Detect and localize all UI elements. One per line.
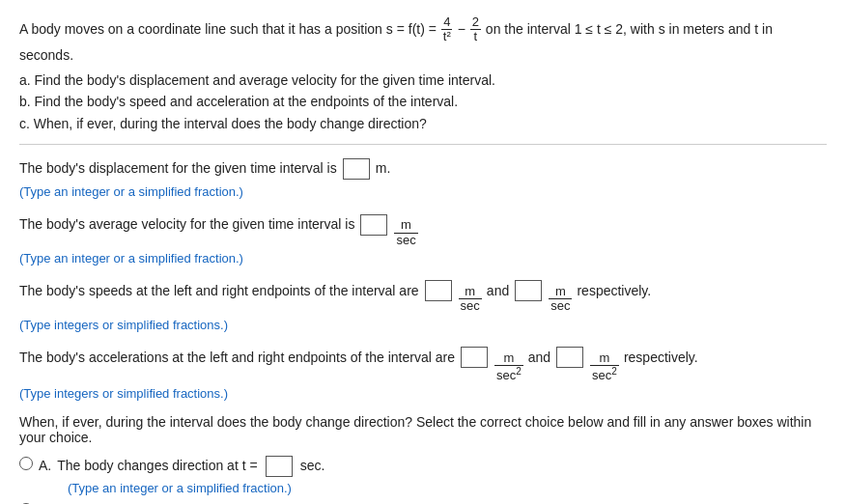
option-a-label: A.	[39, 458, 51, 473]
section-accelerations: The body's accelerations at the left and…	[19, 346, 827, 402]
q4-answer-input-1[interactable]	[461, 347, 488, 368]
q3-line: The body's speeds at the left and right …	[19, 279, 827, 314]
q4-unit1: m sec2	[494, 351, 523, 383]
q4-unit2-num: m	[598, 351, 612, 365]
option-a-radio[interactable]	[19, 457, 33, 470]
sub-lines: a. Find the body's displacement and aver…	[19, 70, 827, 134]
section-direction: When, if ever, during the interval does …	[19, 414, 827, 504]
q2-unit-num: m	[399, 218, 413, 232]
section-speeds: The body's speeds at the left and right …	[19, 279, 827, 332]
fraction2-num: 2	[470, 15, 481, 30]
q4-text-before: The body's accelerations at the left and…	[19, 346, 455, 370]
q1-line: The body's displacement for the given ti…	[19, 156, 827, 181]
q1-answer-input[interactable]	[343, 158, 370, 180]
q3-answer-input-2[interactable]	[515, 280, 542, 301]
q3-unit1-num: m	[463, 285, 477, 298]
q1-hint: (Type an integer or a simplified fractio…	[19, 184, 827, 199]
option-a-hint-area: (Type an integer or a simplified fractio…	[68, 481, 827, 495]
q2-hint: (Type an integer or a simplified fractio…	[19, 251, 827, 266]
q4-line: The body's accelerations at the left and…	[19, 346, 827, 383]
fraction2-den: t	[472, 30, 480, 43]
q4-unit2: m sec2	[590, 351, 619, 383]
main-problem-line: A body moves on a coordinate line such t…	[19, 15, 827, 66]
q4-unit2-den: sec2	[590, 365, 619, 383]
q4-hint: (Type integers or simplified fractions.)	[19, 386, 827, 401]
section-avg-velocity: The body's average velocity for the give…	[19, 212, 827, 266]
q1-text-before: The body's displacement for the given ti…	[19, 156, 337, 181]
option-a-row: A. The body changes direction at t = sec…	[19, 455, 827, 477]
option-a-input[interactable]	[266, 456, 293, 477]
q3-text-before: The body's speeds at the left and right …	[19, 279, 419, 303]
sub-c: c. When, if ever, during the interval do…	[19, 113, 827, 134]
fraction1-den: t²	[441, 30, 453, 43]
fraction2: 2 t	[470, 15, 481, 44]
q3-respectively: respectively.	[577, 279, 651, 303]
sub-a: a. Find the body's displacement and aver…	[19, 70, 827, 91]
q3-unit1-den: sec	[459, 298, 482, 313]
q2-text-before: The body's average velocity for the give…	[19, 212, 354, 237]
q4-unit1-den: sec2	[494, 365, 523, 383]
q4-and: and	[528, 346, 550, 370]
main-text-before: A body moves on a coordinate line such t…	[19, 21, 437, 37]
q3-unit2-num: m	[553, 285, 568, 298]
option-a-unit: sec.	[300, 458, 325, 473]
option-a-text-before: The body changes direction at t =	[57, 458, 257, 473]
q3-unit2-den: sec	[549, 298, 572, 313]
fraction1-num: 4	[441, 15, 452, 30]
q3-hint: (Type integers or simplified fractions.)	[19, 318, 827, 332]
q2-line: The body's average velocity for the give…	[19, 212, 827, 247]
q2-answer-input[interactable]	[360, 214, 387, 236]
q3-unit1: m sec	[459, 285, 482, 314]
problem-statement: A body moves on a coordinate line such t…	[19, 15, 827, 134]
option-a-hint: (Type an integer or a simplified fractio…	[68, 481, 827, 495]
q4-answer-input-2[interactable]	[556, 347, 583, 368]
q3-and: and	[487, 279, 509, 303]
fraction1: 4 t²	[441, 15, 453, 44]
q5-text: When, if ever, during the interval does …	[19, 414, 827, 445]
q3-unit2: m sec	[549, 285, 572, 314]
q3-answer-input-1[interactable]	[425, 280, 452, 301]
sub-b: b. Find the body's speed and acceleratio…	[19, 91, 827, 112]
q2-unit-den: sec	[394, 233, 417, 247]
q2-unit: m sec	[394, 218, 417, 247]
q4-respectively: respectively.	[624, 346, 698, 370]
divider-1	[19, 144, 827, 145]
q1-text-after: m.	[376, 156, 391, 181]
q4-unit1-num: m	[501, 351, 516, 365]
minus-sign: −	[458, 21, 465, 37]
section-displacement: The body's displacement for the given ti…	[19, 156, 827, 199]
